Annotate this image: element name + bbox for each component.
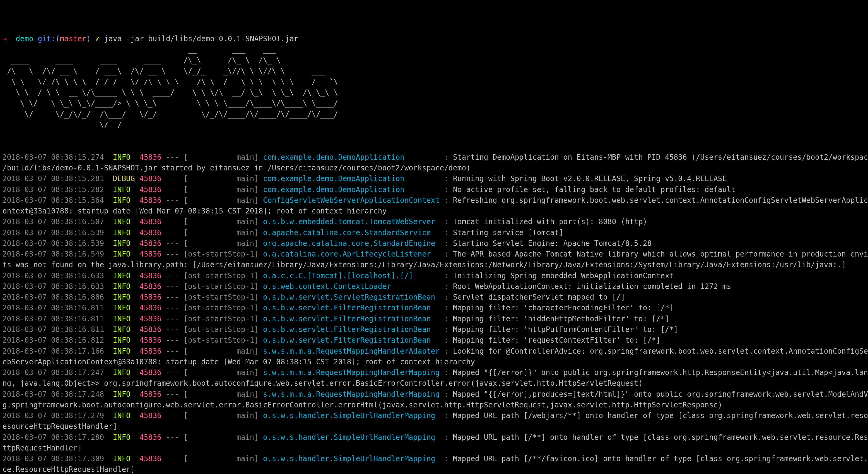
log-thread: [ost-startStop-1] (183, 293, 258, 301)
log-pid: 45836 (140, 293, 161, 301)
log-timestamp: 2018-03-07 08:38:17.280 (2, 433, 104, 442)
log-pid: 45836 (140, 217, 161, 226)
log-message: Mapping filter: 'hiddenHttpMethodFilter'… (453, 314, 669, 323)
log-sep: --- (161, 196, 183, 205)
log-colon: : (440, 293, 453, 301)
log-colon: : (440, 250, 453, 259)
log-logger: o.s.w.s.handler.SimpleUrlHandlerMapping (263, 433, 440, 442)
log-level: INFO (113, 433, 135, 442)
log-colon: : (440, 433, 453, 442)
log-line: 2018-03-07 08:38:15.364 INFO 45836 --- [… (2, 195, 866, 206)
log-timestamp: 2018-03-07 08:38:16.633 (2, 282, 104, 291)
log-thread: [ost-startStop-1] (183, 272, 258, 280)
log-sep: --- (161, 293, 183, 301)
log-colon: : (440, 239, 453, 248)
log-logger: s.w.s.m.m.a.RequestMappingHandlerMapping (263, 368, 440, 377)
log-message: Root WebApplicationContext: initializati… (453, 282, 731, 291)
prompt-directory: demo (16, 35, 33, 43)
log-continuation: ebServerApplicationContext@33a10788: sta… (2, 357, 866, 367)
log-message: Tomcat initialized with port(s): 8080 (h… (453, 217, 647, 226)
log-thread: [ost-startStop-1] (183, 336, 258, 344)
log-thread: [ main] (183, 390, 258, 399)
ascii-banner: __ ___ ___ ____ ____ ____ ____ /\_\ /\_ … (2, 45, 338, 129)
log-sep: --- (161, 411, 183, 420)
log-logger: o.s.b.w.servlet.FilterRegistrationBean (263, 304, 440, 312)
log-pid: 45836 (140, 196, 161, 205)
log-pid: 45836 (140, 390, 161, 399)
log-pid: 45836 (140, 454, 161, 463)
log-continuation: esourceHttpRequestHandler] (2, 421, 866, 432)
log-colon: : (440, 411, 453, 420)
log-level: INFO (113, 250, 135, 259)
log-line: 2018-03-07 08:38:17.248 INFO 45836 --- [… (2, 389, 866, 400)
terminal[interactable]: → demo git:(master) ✗ java -jar build/li… (2, 34, 866, 474)
log-thread: [ost-startStop-1] (183, 314, 258, 323)
log-message: Looking for @ControllerAdvice: org.sprin… (453, 347, 868, 356)
log-timestamp: 2018-03-07 08:38:16.811 (2, 325, 104, 334)
log-colon: : (440, 185, 453, 194)
log-level: DEBUG (113, 174, 135, 183)
log-logger: o.s.web.context.ContextLoader (263, 282, 440, 291)
log-level: INFO (113, 304, 135, 312)
log-line: 2018-03-07 08:38:16.549 INFO 45836 --- [… (2, 249, 866, 260)
log-level: INFO (113, 217, 135, 226)
log-timestamp: 2018-03-07 08:38:16.539 (2, 239, 104, 248)
log-message: Servlet dispatcherServlet mapped to [/] (453, 293, 625, 301)
log-colon: : (440, 368, 453, 377)
log-level: INFO (113, 282, 135, 291)
log-logger: s.w.s.m.m.a.RequestMappingHandlerAdapter (263, 347, 440, 356)
log-colon: : (440, 304, 453, 312)
log-level: INFO (113, 196, 135, 205)
log-line: 2018-03-07 08:38:16.633 INFO 45836 --- [… (2, 271, 866, 281)
log-pid: 45836 (140, 411, 161, 420)
log-thread: [ main] (183, 368, 258, 377)
log-sep: --- (161, 454, 183, 463)
log-logger: s.w.s.m.m.a.RequestMappingHandlerMapping (263, 390, 440, 399)
log-pid: 45836 (140, 368, 161, 377)
log-colon: : (440, 229, 453, 237)
log-message: Mapped "{[/error],produces=[text/html]}"… (453, 390, 868, 399)
log-level: INFO (113, 390, 135, 399)
log-line: 2018-03-07 08:38:16.633 INFO 45836 --- [… (2, 281, 866, 292)
log-line: 2018-03-07 08:38:17.309 INFO 45836 --- [… (2, 453, 866, 464)
log-timestamp: 2018-03-07 08:38:15.274 (2, 153, 104, 162)
log-level: INFO (113, 347, 135, 356)
log-message: Starting service [Tomcat] (453, 229, 563, 237)
log-sep: --- (161, 229, 183, 237)
log-message: Mapped URL path [/webjars/**] onto handl… (453, 411, 868, 420)
log-pid: 45836 (140, 153, 161, 162)
log-thread: [ main] (183, 239, 258, 248)
log-pid: 45836 (140, 239, 161, 248)
log-logger: o.a.c.c.C.[Tomcat].[localhost].[/] (263, 272, 440, 280)
log-thread: [ main] (183, 229, 258, 237)
prompt-branch: master (60, 35, 87, 43)
log-message: Running with Spring Boot v2.0.0.RELEASE,… (453, 174, 727, 183)
log-thread: [ main] (183, 217, 258, 226)
log-level: INFO (113, 272, 135, 280)
log-pid: 45836 (140, 347, 161, 356)
log-thread: [ main] (183, 347, 258, 356)
log-logger: org.apache.catalina.core.StandardEngine (263, 239, 440, 248)
log-pid: 45836 (140, 185, 161, 194)
log-logger: o.s.b.w.servlet.FilterRegistrationBean (263, 336, 440, 344)
log-line: 2018-03-07 08:38:15.282 INFO 45836 --- [… (2, 184, 866, 195)
log-colon: : (440, 272, 453, 280)
log-line: 2018-03-07 08:38:16.812 INFO 45836 --- [… (2, 335, 866, 346)
log-sep: --- (161, 347, 183, 356)
log-sep: --- (161, 390, 183, 399)
log-sep: --- (161, 314, 183, 323)
log-line: 2018-03-07 08:38:16.811 INFO 45836 --- [… (2, 324, 866, 335)
log-thread: [ main] (183, 196, 258, 205)
log-logger: o.apache.catalina.core.StandardService (263, 229, 440, 237)
log-timestamp: 2018-03-07 08:38:15.364 (2, 196, 104, 205)
log-timestamp: 2018-03-07 08:38:16.806 (2, 293, 104, 301)
log-line: 2018-03-07 08:38:17.280 INFO 45836 --- [… (2, 432, 866, 443)
log-logger: com.example.demo.DemoApplication (263, 185, 440, 194)
log-pid: 45836 (140, 433, 161, 442)
log-logger: o.s.b.w.embedded.tomcat.TomcatWebServer (263, 217, 440, 226)
log-logger: o.a.catalina.core.AprLifecycleListener (263, 250, 440, 259)
log-thread: [ main] (183, 174, 258, 183)
log-thread: [ main] (183, 433, 258, 442)
log-message: No active profile set, falling back to d… (453, 185, 736, 194)
log-level: INFO (113, 454, 135, 463)
